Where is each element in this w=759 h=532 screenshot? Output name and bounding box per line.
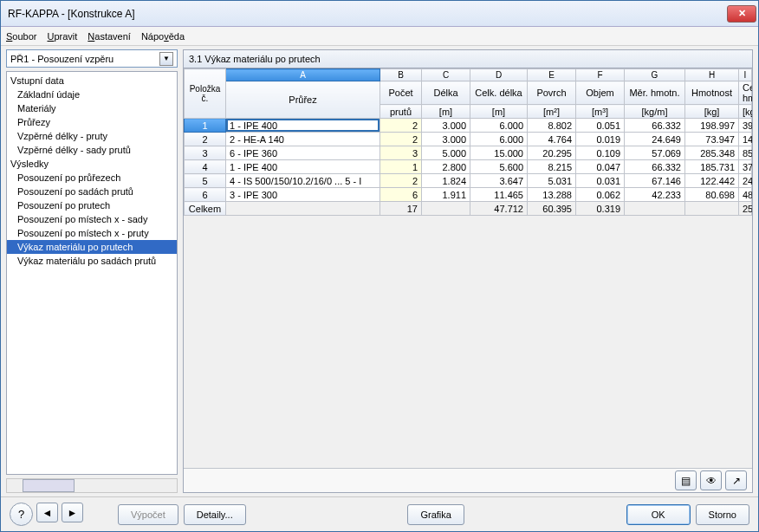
cell-prurez[interactable]: 1 - IPE 400	[226, 160, 380, 174]
tree-item[interactable]: Vzpěrné délky - pruty	[7, 129, 177, 143]
cell-merhm[interactable]: 66.332	[625, 160, 685, 174]
tree-item[interactable]: Posouzení po prutech	[7, 198, 177, 212]
cell-delka[interactable]: 2.800	[422, 160, 470, 174]
pick-icon[interactable]: ↗	[725, 470, 747, 490]
cell-celkhm[interactable]: 371.462	[739, 160, 752, 174]
col-unit[interactable]: [kg]	[739, 105, 752, 119]
menu-napoveda[interactable]: Nápověda	[141, 31, 185, 42]
col-unit[interactable]: [m]	[422, 105, 470, 119]
cell-objem[interactable]: 0.019	[576, 133, 625, 146]
row-number[interactable]: 6	[185, 188, 226, 202]
tree-item[interactable]: Posouzení po místech x - pruty	[7, 226, 177, 240]
col-letter[interactable]: I	[739, 69, 752, 81]
cell-hmot[interactable]: 185.731	[685, 160, 739, 174]
col-head[interactable]: Objem	[576, 81, 625, 105]
col-unit[interactable]: [kg]	[685, 105, 739, 119]
cell-delka[interactable]: 5.000	[422, 146, 470, 160]
table-row[interactable]: 36 - IPE 36035.00015.00020.2950.10957.06…	[185, 146, 752, 160]
tree-group-input[interactable]: Vstupní data	[7, 74, 177, 88]
cell-celkhm[interactable]: 484.187	[739, 188, 752, 202]
menu-upravit[interactable]: Upravit	[47, 31, 77, 42]
cell-merhm[interactable]: 66.332	[625, 119, 685, 133]
col-letter[interactable]: F	[576, 69, 625, 81]
cell-merhm[interactable]: 57.069	[625, 146, 685, 160]
tree-item[interactable]: Posouzení po průřezech	[7, 171, 177, 185]
col-head[interactable]: Měr. hmotn.	[625, 81, 685, 105]
cell-objem[interactable]: 0.062	[576, 188, 625, 202]
col-letter[interactable]: A	[226, 69, 380, 81]
cell-pocet[interactable]: 3	[380, 146, 422, 160]
data-grid[interactable]: Položkač. A B C D E F G H I Průřez	[184, 68, 752, 216]
col-letter[interactable]: C	[422, 69, 470, 81]
cell-celkdelka[interactable]: 6.000	[470, 133, 528, 146]
cell-pocet[interactable]: 6	[380, 188, 422, 202]
cell-celkhm[interactable]: 397.995	[739, 119, 752, 133]
cell-celkdelka[interactable]: 6.000	[470, 119, 528, 133]
eye-icon[interactable]: 👁	[700, 470, 722, 490]
prev-button[interactable]: ◄	[36, 503, 58, 522]
cell-prurez[interactable]: 2 - HE-A 140	[226, 133, 380, 146]
menu-nastaveni[interactable]: Nastavení	[88, 31, 131, 42]
tree-item[interactable]: Materiály	[7, 101, 177, 115]
table-row[interactable]: 63 - IPE 30061.91111.46513.2880.06242.23…	[185, 188, 752, 202]
cell-povrch[interactable]: 4.764	[528, 133, 576, 146]
row-number[interactable]: 5	[185, 174, 226, 188]
tree-item[interactable]: Výkaz materiálu po sadách prutů	[7, 254, 177, 268]
ok-button[interactable]: OK	[626, 504, 691, 525]
cell-objem[interactable]: 0.047	[576, 160, 625, 174]
cell-delka[interactable]: 1.911	[422, 188, 470, 202]
cell-celkdelka[interactable]: 15.000	[470, 146, 528, 160]
cell-hmot[interactable]: 285.348	[685, 146, 739, 160]
col-head[interactable]: Povrch	[528, 81, 576, 105]
row-number[interactable]: 3	[185, 146, 226, 160]
tree-item[interactable]: Posouzení po místech x - sady	[7, 212, 177, 226]
tree-group-results[interactable]: Výsledky	[7, 157, 177, 171]
cell-delka[interactable]: 3.000	[422, 119, 470, 133]
row-number[interactable]: 4	[185, 160, 226, 174]
col-head[interactable]: Celk. délka	[470, 81, 528, 105]
cell-povrch[interactable]: 8.215	[528, 160, 576, 174]
calculate-button[interactable]: Výpočet	[118, 504, 178, 525]
cell-povrch[interactable]: 5.031	[528, 174, 576, 188]
cancel-button[interactable]: Storno	[696, 504, 749, 525]
cell-celkdelka[interactable]: 5.600	[470, 160, 528, 174]
tree-item-selected[interactable]: Výkaz materiálu po prutech	[7, 240, 177, 254]
cell-merhm[interactable]: 24.649	[625, 133, 685, 146]
cell-merhm[interactable]: 42.233	[625, 188, 685, 202]
col-unit[interactable]: [m]	[470, 105, 528, 119]
table-row[interactable]: 54 - IS 500/150/10.2/16/0 ... 5 - I21.82…	[185, 174, 752, 188]
col-head-rownum[interactable]: Položkač.	[185, 69, 226, 119]
table-row[interactable]: 22 - HE-A 14023.0006.0004.7640.01924.649…	[185, 133, 752, 146]
cell-objem[interactable]: 0.109	[576, 146, 625, 160]
next-button[interactable]: ►	[62, 503, 83, 522]
help-button[interactable]: ?	[10, 503, 33, 526]
col-letter[interactable]: B	[380, 69, 422, 81]
cell-celkhm[interactable]: 244.885	[739, 174, 752, 188]
case-dropdown[interactable]: PŘ1 - Posouzení vzpěru ▼	[6, 49, 178, 68]
tree-item[interactable]: Posouzení po sadách prutů	[7, 185, 177, 198]
col-letter[interactable]: E	[528, 69, 576, 81]
cell-hmot[interactable]: 73.947	[685, 133, 739, 146]
cell-povrch[interactable]: 13.288	[528, 188, 576, 202]
tree-item[interactable]: Vzpěrné délky - sady prutů	[7, 143, 177, 157]
cell-delka[interactable]: 1.824	[422, 174, 470, 188]
col-letter[interactable]: G	[625, 69, 685, 81]
row-number[interactable]: 1	[185, 119, 226, 133]
cell-pocet[interactable]: 2	[380, 119, 422, 133]
col-head[interactable]: Počet	[380, 81, 422, 105]
cell-hmot[interactable]: 198.997	[685, 119, 739, 133]
scrollbar-thumb[interactable]	[23, 479, 75, 492]
cell-prurez[interactable]: 4 - IS 500/150/10.2/16/0 ... 5 - I	[226, 174, 380, 188]
graphics-button[interactable]: Grafika	[407, 504, 464, 525]
table-row[interactable]: 41 - IPE 40012.8005.6008.2150.04766.3321…	[185, 160, 752, 174]
col-head[interactable]: Celk. hmotn.	[739, 81, 752, 105]
nav-tree[interactable]: Vstupní data Základní údaje Materiály Pr…	[6, 71, 178, 475]
cell-objem[interactable]: 0.031	[576, 174, 625, 188]
cell-celkhm[interactable]: 147.894	[739, 133, 752, 146]
col-unit[interactable]: prutů	[380, 105, 422, 119]
cell-povrch[interactable]: 20.295	[528, 146, 576, 160]
cell-pocet[interactable]: 2	[380, 174, 422, 188]
cell-hmot[interactable]: 122.442	[685, 174, 739, 188]
details-button[interactable]: Detaily...	[184, 504, 246, 525]
col-head[interactable]: Průřez	[226, 81, 380, 119]
